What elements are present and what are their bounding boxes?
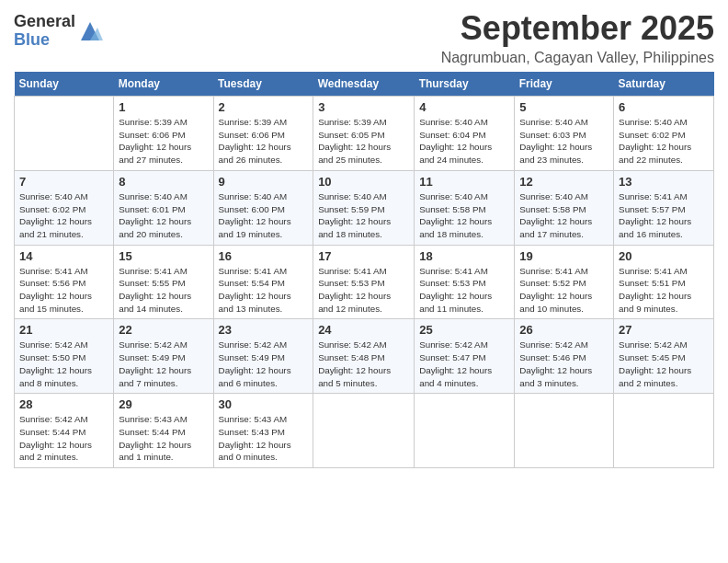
month-title: September 2025: [441, 9, 714, 48]
day-number: 5: [519, 100, 609, 114]
day-info: Sunrise: 5:41 AM Sunset: 5:56 PM Dayligh…: [19, 265, 108, 316]
day-number: 21: [19, 323, 108, 337]
day-info: Sunrise: 5:40 AM Sunset: 5:59 PM Dayligh…: [318, 190, 409, 241]
calendar-cell: 4Sunrise: 5:40 AM Sunset: 6:04 PM Daylig…: [415, 97, 515, 171]
calendar-cell: 23Sunrise: 5:42 AM Sunset: 5:49 PM Dayli…: [213, 319, 313, 394]
calendar-cell: 1Sunrise: 5:39 AM Sunset: 6:06 PM Daylig…: [114, 97, 213, 171]
col-header-monday: Monday: [114, 72, 213, 97]
day-number: 22: [119, 323, 208, 337]
day-info: Sunrise: 5:42 AM Sunset: 5:48 PM Dayligh…: [318, 339, 409, 389]
logo-general: General: [14, 13, 75, 31]
day-number: 29: [119, 397, 208, 411]
calendar-cell: 27Sunrise: 5:42 AM Sunset: 5:45 PM Dayli…: [614, 319, 714, 394]
day-info: Sunrise: 5:41 AM Sunset: 5:54 PM Dayligh…: [219, 265, 309, 316]
day-info: Sunrise: 5:40 AM Sunset: 6:04 PM Dayligh…: [419, 116, 509, 167]
day-info: Sunrise: 5:40 AM Sunset: 6:00 PM Dayligh…: [219, 190, 309, 241]
calendar-cell: 14Sunrise: 5:41 AM Sunset: 5:56 PM Dayli…: [15, 245, 114, 319]
calendar-cell: [415, 394, 515, 468]
week-row-3: 14Sunrise: 5:41 AM Sunset: 5:56 PM Dayli…: [15, 245, 714, 319]
calendar-cell: 19Sunrise: 5:41 AM Sunset: 5:52 PM Dayli…: [515, 245, 614, 319]
week-row-5: 28Sunrise: 5:42 AM Sunset: 5:44 PM Dayli…: [15, 394, 714, 468]
calendar-cell: 7Sunrise: 5:40 AM Sunset: 6:02 PM Daylig…: [15, 170, 114, 245]
day-info: Sunrise: 5:42 AM Sunset: 5:49 PM Dayligh…: [219, 339, 309, 389]
day-number: 8: [119, 175, 208, 189]
day-number: 11: [419, 175, 509, 189]
calendar-cell: 9Sunrise: 5:40 AM Sunset: 6:00 PM Daylig…: [213, 170, 313, 245]
calendar-cell: 28Sunrise: 5:42 AM Sunset: 5:44 PM Dayli…: [15, 394, 114, 468]
day-number: 26: [519, 323, 609, 337]
day-info: Sunrise: 5:42 AM Sunset: 5:44 PM Dayligh…: [19, 413, 108, 464]
col-header-saturday: Saturday: [614, 72, 714, 97]
day-number: 2: [219, 100, 309, 114]
day-info: Sunrise: 5:41 AM Sunset: 5:55 PM Dayligh…: [119, 265, 208, 316]
calendar-cell: 13Sunrise: 5:41 AM Sunset: 5:57 PM Dayli…: [614, 170, 714, 245]
day-info: Sunrise: 5:42 AM Sunset: 5:47 PM Dayligh…: [419, 339, 509, 389]
calendar-cell: 22Sunrise: 5:42 AM Sunset: 5:49 PM Dayli…: [114, 319, 213, 394]
day-info: Sunrise: 5:40 AM Sunset: 6:01 PM Dayligh…: [119, 190, 208, 241]
day-info: Sunrise: 5:39 AM Sunset: 6:06 PM Dayligh…: [119, 116, 208, 167]
calendar-cell: [614, 394, 714, 468]
day-number: 1: [119, 100, 208, 114]
day-number: 20: [619, 249, 709, 263]
day-info: Sunrise: 5:39 AM Sunset: 6:05 PM Dayligh…: [318, 116, 409, 167]
day-number: 23: [219, 323, 309, 337]
calendar-cell: 16Sunrise: 5:41 AM Sunset: 5:54 PM Dayli…: [213, 245, 313, 319]
day-info: Sunrise: 5:40 AM Sunset: 6:03 PM Dayligh…: [519, 116, 609, 167]
calendar-cell: 8Sunrise: 5:40 AM Sunset: 6:01 PM Daylig…: [114, 170, 213, 245]
calendar-cell: [515, 394, 614, 468]
day-number: 10: [318, 175, 409, 189]
col-header-sunday: Sunday: [15, 72, 114, 97]
title-area: September 2025 Nagrumbuan, Cagayan Valle…: [441, 9, 714, 66]
day-number: 14: [19, 249, 108, 263]
day-number: 6: [619, 100, 709, 114]
day-info: Sunrise: 5:42 AM Sunset: 5:46 PM Dayligh…: [519, 339, 609, 389]
day-number: 17: [318, 249, 409, 263]
calendar-table: SundayMondayTuesdayWednesdayThursdayFrid…: [14, 72, 714, 468]
day-info: Sunrise: 5:41 AM Sunset: 5:52 PM Dayligh…: [519, 265, 609, 316]
calendar-cell: 11Sunrise: 5:40 AM Sunset: 5:58 PM Dayli…: [415, 170, 515, 245]
day-number: 28: [19, 397, 108, 411]
calendar-cell: 24Sunrise: 5:42 AM Sunset: 5:48 PM Dayli…: [313, 319, 415, 394]
day-info: Sunrise: 5:41 AM Sunset: 5:53 PM Dayligh…: [318, 265, 409, 316]
day-info: Sunrise: 5:40 AM Sunset: 6:02 PM Dayligh…: [19, 190, 108, 241]
week-row-2: 7Sunrise: 5:40 AM Sunset: 6:02 PM Daylig…: [15, 170, 714, 245]
day-info: Sunrise: 5:41 AM Sunset: 5:51 PM Dayligh…: [619, 265, 709, 316]
day-number: 13: [619, 175, 709, 189]
header-row: SundayMondayTuesdayWednesdayThursdayFrid…: [15, 72, 714, 97]
day-info: Sunrise: 5:42 AM Sunset: 5:50 PM Dayligh…: [19, 339, 108, 389]
calendar-cell: 20Sunrise: 5:41 AM Sunset: 5:51 PM Dayli…: [614, 245, 714, 319]
col-header-wednesday: Wednesday: [313, 72, 415, 97]
calendar-cell: 18Sunrise: 5:41 AM Sunset: 5:53 PM Dayli…: [415, 245, 515, 319]
day-number: 7: [19, 175, 108, 189]
calendar-cell: 5Sunrise: 5:40 AM Sunset: 6:03 PM Daylig…: [515, 97, 614, 171]
day-number: 16: [219, 249, 309, 263]
day-info: Sunrise: 5:40 AM Sunset: 6:02 PM Dayligh…: [619, 116, 709, 167]
day-info: Sunrise: 5:41 AM Sunset: 5:57 PM Dayligh…: [619, 190, 709, 241]
logo-blue: Blue: [14, 31, 75, 50]
col-header-tuesday: Tuesday: [213, 72, 313, 97]
calendar-cell: 2Sunrise: 5:39 AM Sunset: 6:06 PM Daylig…: [213, 97, 313, 171]
day-info: Sunrise: 5:41 AM Sunset: 5:53 PM Dayligh…: [419, 265, 509, 316]
day-number: 24: [318, 323, 409, 337]
calendar-cell: 17Sunrise: 5:41 AM Sunset: 5:53 PM Dayli…: [313, 245, 415, 319]
day-number: 25: [419, 323, 509, 337]
logo-text: General Blue: [14, 13, 75, 50]
calendar-cell: 3Sunrise: 5:39 AM Sunset: 6:05 PM Daylig…: [313, 97, 415, 171]
day-number: 15: [119, 249, 208, 263]
day-number: 27: [619, 323, 709, 337]
header: General Blue September 2025 Nagrumbuan, …: [14, 9, 714, 66]
calendar-cell: 21Sunrise: 5:42 AM Sunset: 5:50 PM Dayli…: [15, 319, 114, 394]
week-row-4: 21Sunrise: 5:42 AM Sunset: 5:50 PM Dayli…: [15, 319, 714, 394]
calendar-cell: 26Sunrise: 5:42 AM Sunset: 5:46 PM Dayli…: [515, 319, 614, 394]
day-info: Sunrise: 5:40 AM Sunset: 5:58 PM Dayligh…: [519, 190, 609, 241]
calendar-cell: 12Sunrise: 5:40 AM Sunset: 5:58 PM Dayli…: [515, 170, 614, 245]
calendar-cell: 29Sunrise: 5:43 AM Sunset: 5:44 PM Dayli…: [114, 394, 213, 468]
calendar-cell: [313, 394, 415, 468]
location-title: Nagrumbuan, Cagayan Valley, Philippines: [441, 50, 714, 66]
day-number: 30: [219, 397, 309, 411]
day-number: 3: [318, 100, 409, 114]
col-header-friday: Friday: [515, 72, 614, 97]
day-number: 12: [519, 175, 609, 189]
day-number: 19: [519, 249, 609, 263]
day-number: 18: [419, 249, 509, 263]
